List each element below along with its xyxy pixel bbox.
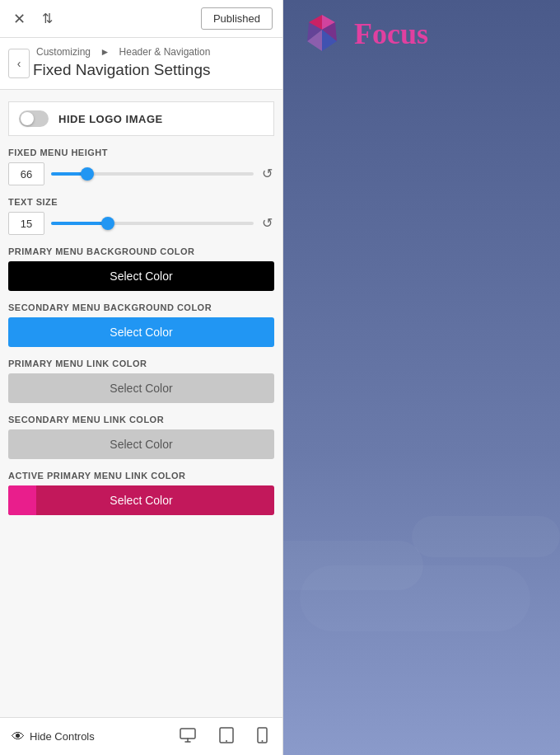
page-title: Fixed Navigation Settings: [33, 61, 269, 79]
right-panel: Focus: [283, 0, 560, 755]
fixed-menu-height-slider-row: 66 ↺: [8, 162, 274, 185]
close-button[interactable]: ✕: [10, 8, 29, 30]
text-size-value[interactable]: 15: [8, 212, 44, 235]
secondary-menu-bg-label: SECONDARY MENU BACKGROUND COLOR: [8, 302, 274, 312]
mobile-icon-btn[interactable]: [254, 724, 271, 749]
hide-logo-row: HIDE LOGO IMAGE: [8, 101, 274, 136]
cloud-3: [412, 516, 560, 557]
primary-menu-link-label: PRIMARY MENU LINK COLOR: [8, 359, 274, 368]
fixed-menu-height-value[interactable]: 66: [8, 162, 44, 185]
active-primary-link-btn[interactable]: Select Color: [8, 485, 274, 515]
text-size-reset[interactable]: ↺: [260, 215, 274, 232]
secondary-menu-link-section: SECONDARY MENU LINK COLOR Select Color: [8, 415, 274, 459]
primary-menu-bg-label: PRIMARY MENU BACKGROUND COLOR: [8, 246, 274, 256]
breadcrumb-customizing[interactable]: Customizing: [36, 46, 91, 58]
secondary-menu-link-btn[interactable]: Select Color: [8, 429, 274, 459]
cloud-2: [300, 565, 530, 631]
active-primary-link-btn-label: Select Color: [110, 494, 172, 507]
eye-icon: 👁: [12, 729, 25, 744]
active-primary-link-label: ACTIVE PRIMARY MENU LINK COLOR: [8, 471, 274, 481]
secondary-menu-link-btn-label: Select Color: [110, 438, 172, 451]
primary-menu-bg-btn-label: Select Color: [110, 270, 172, 283]
hide-controls-button[interactable]: 👁 Hide Controls: [12, 729, 95, 744]
fixed-menu-height-reset[interactable]: ↺: [260, 166, 274, 182]
bottom-bar: 👁 Hide Controls: [0, 717, 282, 755]
primary-menu-link-section: PRIMARY MENU LINK COLOR Select Color: [8, 359, 274, 403]
secondary-menu-link-label: SECONDARY MENU LINK COLOR: [8, 415, 274, 424]
tablet-icon: [219, 727, 234, 743]
slider-thumb[interactable]: [81, 167, 94, 181]
fixed-menu-height-label: FIXED MENU HEIGHT: [8, 148, 274, 157]
primary-menu-bg-section: PRIMARY MENU BACKGROUND COLOR Select Col…: [8, 246, 274, 291]
primary-menu-link-btn[interactable]: Select Color: [8, 373, 274, 403]
text-size-slider[interactable]: [51, 222, 254, 225]
mobile-icon: [257, 727, 268, 743]
text-size-section: TEXT SIZE 15 ↺: [8, 197, 274, 235]
back-button[interactable]: ‹: [8, 49, 30, 78]
logo-image: [300, 12, 344, 56]
svg-point-2: [226, 740, 227, 742]
primary-menu-link-btn-label: Select Color: [110, 382, 172, 395]
fixed-menu-height-section: FIXED MENU HEIGHT 66 ↺: [8, 148, 274, 185]
primary-menu-bg-btn[interactable]: Select Color: [8, 261, 274, 291]
svg-point-4: [262, 740, 264, 742]
fixed-menu-height-slider[interactable]: [51, 172, 254, 176]
active-primary-link-section: ACTIVE PRIMARY MENU LINK COLOR Select Co…: [8, 471, 274, 515]
breadcrumb: Customizing ► Header & Navigation: [33, 46, 269, 58]
slider-fill: [51, 222, 108, 225]
secondary-menu-bg-btn[interactable]: Select Color: [8, 317, 274, 347]
toggle-knob: [21, 112, 34, 125]
desktop-icon-btn[interactable]: [176, 724, 199, 749]
secondary-menu-bg-section: SECONDARY MENU BACKGROUND COLOR Select C…: [8, 302, 274, 347]
hide-logo-toggle[interactable]: [19, 110, 49, 127]
text-size-slider-row: 15 ↺: [8, 212, 274, 235]
svg-rect-0: [180, 729, 195, 739]
secondary-menu-bg-btn-label: Select Color: [110, 326, 172, 339]
left-panel: ✕ ⇅ Published ‹ Customizing ► Header & N…: [0, 0, 283, 755]
active-primary-swatch: [8, 485, 36, 515]
hide-controls-label: Hide Controls: [30, 730, 95, 743]
header-section: ‹ Customizing ► Header & Navigation Fixe…: [0, 38, 282, 90]
arrows-button[interactable]: ⇅: [39, 9, 56, 29]
breadcrumb-separator: ►: [100, 46, 110, 58]
tablet-icon-btn[interactable]: [216, 724, 237, 749]
logo-text: Focus: [354, 16, 428, 51]
slider-thumb[interactable]: [101, 217, 114, 230]
hide-logo-label: HIDE LOGO IMAGE: [58, 113, 163, 125]
breadcrumb-section[interactable]: Header & Navigation: [119, 46, 211, 58]
desktop-icon: [180, 727, 196, 743]
preview-logo-area: Focus: [300, 12, 428, 56]
published-button[interactable]: Published: [201, 7, 273, 30]
text-size-label: TEXT SIZE: [8, 197, 274, 207]
panel-content: HIDE LOGO IMAGE FIXED MENU HEIGHT 66 ↺ T…: [0, 90, 282, 717]
top-bar: ✕ ⇅ Published: [0, 0, 282, 38]
